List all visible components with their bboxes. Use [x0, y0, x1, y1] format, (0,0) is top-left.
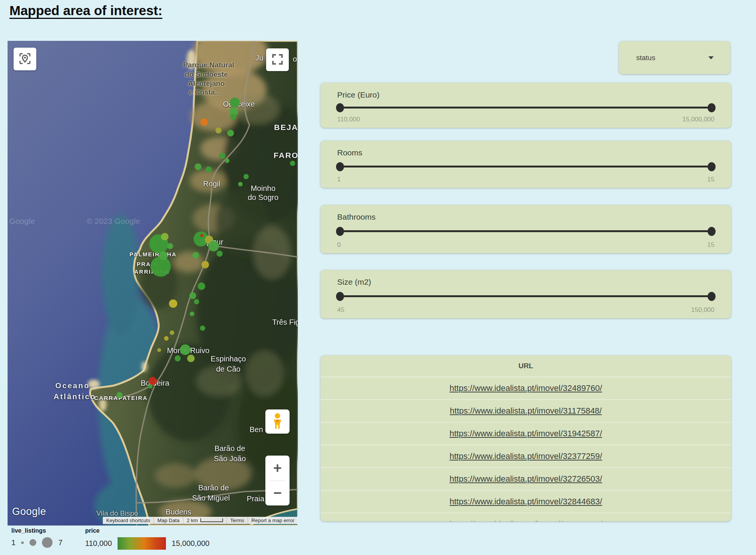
- legend-price: price 110,000 15,000,000: [85, 527, 209, 550]
- listing-marker[interactable]: [200, 118, 208, 126]
- attribution-terms[interactable]: Terms: [226, 517, 248, 524]
- listing-marker[interactable]: [190, 312, 194, 316]
- listing-marker[interactable]: [230, 114, 236, 120]
- size-slider-track: [337, 295, 714, 297]
- area-of-interest-icon: [19, 52, 31, 66]
- attribution-label: Report a map error: [251, 518, 294, 523]
- size-slider-max: 150,000: [691, 306, 714, 314]
- listing-marker[interactable]: [159, 251, 168, 260]
- rooms-slider-handle-min[interactable]: [336, 162, 344, 171]
- listing-marker[interactable]: [175, 355, 181, 361]
- listing-marker[interactable]: [200, 234, 203, 237]
- map-scale-bracket: [200, 518, 223, 522]
- street-view-pegman-button[interactable]: [265, 409, 290, 434]
- listing-marker[interactable]: [195, 163, 201, 170]
- attribution-keyboard-shortcuts[interactable]: Keyboard shortcuts: [103, 517, 153, 524]
- map-attribution-bar: Keyboard shortcutsMap Data2 kmTermsRepor…: [103, 517, 298, 524]
- url-table: URL https://www.idealista.pt/imovel/3248…: [321, 355, 731, 521]
- listing-marker[interactable]: [164, 336, 169, 341]
- listing-marker[interactable]: [219, 153, 225, 159]
- listing-marker[interactable]: [238, 182, 243, 186]
- rooms-slider-min: 1: [337, 176, 341, 183]
- rooms-slider: [337, 162, 714, 172]
- rooms-slider-track: [337, 166, 714, 167]
- url-table-header: URL: [321, 355, 731, 377]
- listing-url-link[interactable]: https://www.idealista.pt/imovel/31175848…: [450, 406, 602, 416]
- bathrooms-slider-handle-max[interactable]: [708, 227, 716, 236]
- size-slider-label: Size (m2): [337, 278, 714, 287]
- legend-live-listings: live_listings 1 7: [11, 527, 62, 550]
- listing-marker[interactable]: [230, 98, 240, 107]
- listing-marker[interactable]: [161, 233, 169, 240]
- table-row: https://www.idealista.pt/imovel/32489760…: [321, 377, 731, 399]
- attribution-label: 2 km: [187, 518, 198, 523]
- rooms-slider-label: Rooms: [337, 148, 714, 157]
- bathrooms-slider-min: 0: [337, 241, 341, 249]
- listing-marker[interactable]: [225, 158, 229, 163]
- listing-marker[interactable]: [243, 174, 249, 179]
- price-slider-handle-min[interactable]: [336, 103, 344, 112]
- listing-marker[interactable]: [217, 251, 223, 257]
- price-slider-handle-max[interactable]: [708, 103, 716, 112]
- listing-marker[interactable]: [200, 326, 205, 331]
- listing-marker[interactable]: [157, 348, 161, 352]
- listing-marker[interactable]: [201, 261, 209, 268]
- listing-marker[interactable]: [192, 252, 199, 259]
- attribution-report-a-map-error[interactable]: Report a map error: [248, 517, 298, 524]
- chevron-down-icon: [708, 56, 714, 59]
- bathrooms-slider-card: Bathrooms 0 15: [321, 205, 731, 253]
- table-row: https://www.idealista.pt/imovel/32726503…: [321, 467, 731, 490]
- table-row: https://www.idealista.pt/imovel/32049204…: [321, 513, 731, 521]
- listing-url-link[interactable]: https://www.idealista.pt/imovel/32049204…: [449, 519, 602, 521]
- legend-color-min: 110,000: [85, 539, 112, 548]
- zoom-out-button[interactable]: −: [265, 481, 290, 506]
- size-slider-handle-max[interactable]: [708, 292, 716, 301]
- listing-url-link[interactable]: https://www.idealista.pt/imovel/32489760…: [449, 383, 602, 393]
- attribution-map-data: Map Data: [153, 517, 183, 524]
- price-slider: [337, 103, 714, 113]
- listing-marker[interactable]: [215, 127, 222, 133]
- bathrooms-slider: [337, 226, 714, 236]
- listing-marker[interactable]: [208, 241, 219, 251]
- listing-marker[interactable]: [187, 355, 195, 362]
- google-logo[interactable]: Google: [12, 506, 46, 518]
- size-slider-handle-min[interactable]: [336, 292, 344, 301]
- zoom-in-button[interactable]: +: [265, 456, 290, 481]
- status-dropdown-label: status: [636, 54, 655, 62]
- listing-url-link[interactable]: https://www.idealista.pt/imovel/32844683…: [449, 497, 602, 507]
- bathrooms-slider-handle-min[interactable]: [336, 227, 344, 236]
- attribution-label: Map Data: [157, 518, 180, 523]
- map[interactable]: Parque Naturaldo SudoesteAlentejanoe Cos…: [8, 41, 298, 526]
- fullscreen-icon: [272, 54, 283, 66]
- price-slider-max: 15,000,000: [682, 116, 714, 123]
- table-row: https://www.idealista.pt/imovel/31942587…: [321, 422, 731, 445]
- listing-marker[interactable]: [206, 166, 212, 172]
- map-area-select-button[interactable]: [14, 48, 36, 70]
- listing-marker[interactable]: [169, 299, 177, 308]
- pegman-icon: [271, 413, 284, 431]
- price-slider-min: 110,000: [337, 116, 360, 123]
- size-slider: [337, 291, 714, 301]
- bathrooms-slider-max: 15: [707, 241, 714, 249]
- legend-size-dot: [21, 541, 24, 544]
- rooms-slider-card: Rooms 1 15: [321, 141, 731, 188]
- listing-marker[interactable]: [180, 344, 191, 355]
- listing-marker[interactable]: [198, 282, 205, 290]
- status-dropdown[interactable]: status: [619, 41, 730, 74]
- listing-marker[interactable]: [116, 392, 122, 398]
- listing-url-link[interactable]: https://www.idealista.pt/imovel/31942587…: [449, 429, 602, 439]
- listing-marker[interactable]: [189, 292, 196, 299]
- listing-marker[interactable]: [194, 299, 199, 304]
- price-gradient-bar: [118, 537, 166, 550]
- listing-marker[interactable]: [148, 384, 153, 389]
- fullscreen-button[interactable]: [266, 48, 289, 71]
- rooms-slider-handle-max[interactable]: [708, 162, 716, 171]
- size-slider-min: 45: [337, 306, 344, 314]
- table-row: https://www.idealista.pt/imovel/31175848…: [321, 399, 731, 422]
- listing-marker[interactable]: [167, 243, 173, 249]
- listing-marker[interactable]: [227, 130, 234, 136]
- listing-marker[interactable]: [290, 161, 295, 166]
- listing-url-link[interactable]: https://www.idealista.pt/imovel/32726503…: [449, 474, 602, 484]
- listing-marker[interactable]: [170, 330, 174, 335]
- listing-url-link[interactable]: https://www.idealista.pt/imovel/32377259…: [449, 451, 602, 461]
